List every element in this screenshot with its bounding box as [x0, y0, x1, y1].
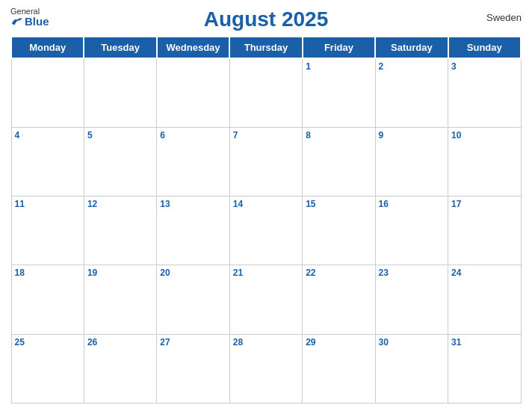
day-number: 9: [379, 130, 445, 140]
calendar-day-cell: 5: [84, 127, 156, 196]
day-number: 29: [306, 337, 371, 347]
month-title: August 2025: [204, 7, 329, 31]
day-number: 19: [87, 268, 153, 278]
day-number: 17: [451, 199, 517, 209]
calendar-week-row: 123: [11, 58, 521, 127]
calendar-day-cell: [11, 58, 84, 127]
calendar-day-cell: 20: [157, 265, 229, 334]
day-number: 3: [451, 61, 517, 72]
calendar-day-cell: 12: [84, 197, 156, 265]
calendar-body: 1234567891011121314151617181920212223242…: [11, 58, 521, 404]
day-number: 11: [15, 199, 81, 209]
calendar-day-cell: 22: [303, 265, 375, 334]
header-wednesday: Wednesday: [157, 37, 229, 58]
calendar-day-cell: 11: [11, 197, 84, 265]
day-number: 12: [87, 199, 153, 209]
calendar-day-cell: 29: [303, 334, 375, 403]
calendar-day-cell: 30: [375, 334, 448, 403]
day-number: 10: [451, 130, 517, 140]
day-number: 2: [379, 61, 445, 72]
day-number: 4: [15, 130, 81, 140]
calendar-day-cell: 4: [11, 127, 84, 196]
calendar-week-row: 18192021222324: [11, 265, 521, 334]
header-saturday: Saturday: [375, 37, 448, 58]
calendar-table: Monday Tuesday Wednesday Thursday Friday…: [10, 36, 522, 404]
day-number: 8: [306, 130, 371, 140]
day-number: 27: [160, 337, 226, 347]
calendar-day-cell: 19: [84, 265, 156, 334]
calendar-day-cell: 28: [229, 334, 302, 403]
day-number: 5: [87, 130, 153, 140]
day-number: 20: [160, 268, 226, 278]
header-friday: Friday: [303, 37, 375, 58]
calendar-day-cell: [229, 58, 302, 127]
calendar-wrapper: General Blue August 2025 Sweden Monday T…: [0, 0, 532, 411]
logo-blue-text: Blue: [10, 16, 49, 27]
header-monday: Monday: [11, 37, 84, 58]
header-tuesday: Tuesday: [84, 37, 156, 58]
country-label: Sweden: [486, 12, 522, 23]
logo: General Blue: [10, 7, 49, 27]
calendar-day-cell: 15: [303, 197, 375, 265]
day-number: 13: [160, 199, 226, 209]
day-number: 22: [306, 268, 371, 278]
calendar-day-cell: 3: [448, 58, 521, 127]
calendar-day-cell: 27: [157, 334, 229, 403]
day-number: 24: [451, 268, 517, 278]
calendar-day-cell: 24: [448, 265, 521, 334]
day-number: 26: [87, 337, 153, 347]
calendar-week-row: 45678910: [11, 127, 521, 196]
header-thursday: Thursday: [229, 37, 302, 58]
calendar-day-cell: 6: [157, 127, 229, 196]
calendar-day-cell: 9: [375, 127, 448, 196]
logo-bird-icon: [10, 16, 24, 27]
day-number: 21: [233, 268, 299, 278]
calendar-day-cell: 2: [375, 58, 448, 127]
calendar-day-cell: 16: [375, 197, 448, 265]
calendar-day-cell: 14: [229, 197, 302, 265]
calendar-day-cell: 7: [229, 127, 302, 196]
calendar-header: General Blue August 2025 Sweden: [10, 7, 522, 31]
calendar-week-row: 11121314151617: [11, 197, 521, 265]
day-number: 18: [15, 268, 81, 278]
calendar-day-cell: 13: [157, 197, 229, 265]
calendar-day-cell: 18: [11, 265, 84, 334]
calendar-day-cell: 31: [448, 334, 521, 403]
day-number: 30: [379, 337, 445, 347]
calendar-day-cell: 26: [84, 334, 156, 403]
day-number: 31: [451, 337, 517, 347]
day-number: 16: [379, 199, 445, 209]
calendar-day-cell: 10: [448, 127, 521, 196]
calendar-day-cell: 8: [303, 127, 375, 196]
day-number: 25: [15, 337, 81, 347]
day-number: 7: [233, 130, 299, 140]
calendar-week-row: 25262728293031: [11, 334, 521, 403]
calendar-day-cell: 23: [375, 265, 448, 334]
calendar-day-cell: [84, 58, 156, 127]
calendar-day-cell: 1: [303, 58, 375, 127]
day-number: 23: [379, 268, 445, 278]
calendar-day-cell: 25: [11, 334, 84, 403]
day-number: 28: [233, 337, 299, 347]
day-number: 14: [233, 199, 299, 209]
calendar-day-cell: [157, 58, 229, 127]
days-header-row: Monday Tuesday Wednesday Thursday Friday…: [11, 37, 521, 58]
day-number: 1: [306, 61, 371, 72]
header-sunday: Sunday: [448, 37, 521, 58]
day-number: 6: [160, 130, 226, 140]
calendar-day-cell: 17: [448, 197, 521, 265]
day-number: 15: [306, 199, 371, 209]
calendar-day-cell: 21: [229, 265, 302, 334]
